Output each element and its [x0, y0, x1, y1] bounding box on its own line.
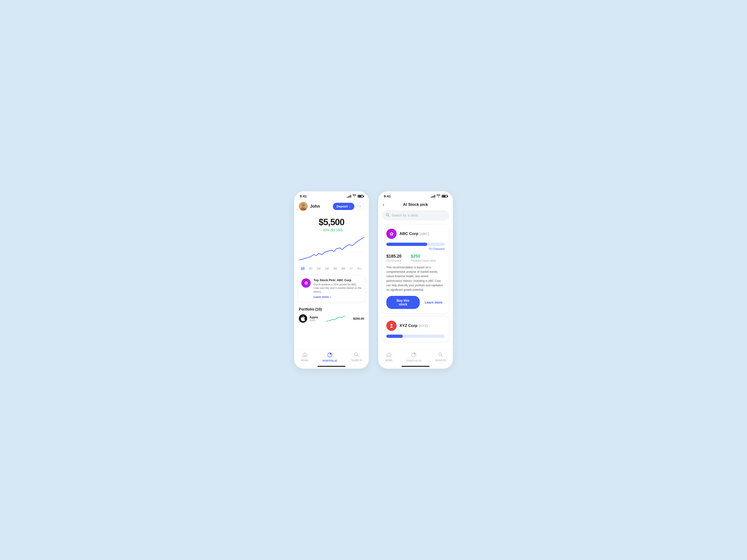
portfolio-icon-1: [327, 352, 332, 358]
chart-container: [294, 234, 369, 264]
portfolio-title: Portfolio (10): [299, 307, 364, 312]
svg-point-11: [439, 353, 441, 355]
signal-icon-1: [347, 195, 351, 197]
abc-name: ABC Corp: [400, 232, 419, 236]
abc-current-label: Current price: [386, 259, 402, 262]
portfolio-item: Apple AAPL $200.00: [299, 314, 364, 323]
abc-title: ABC Corp (ABC): [400, 232, 429, 236]
balance-change: ↑ 20% ($1,160): [299, 228, 364, 232]
abc-progress-bar-container: [386, 243, 445, 246]
abc-progress-fill: [386, 243, 427, 246]
ai-pick-description: Our AI predicts a 15% growth for ABC Cor…: [313, 283, 362, 294]
ai-learn-more[interactable]: Learn more ›: [313, 295, 362, 299]
abc-logo: ✿: [386, 229, 396, 239]
abc-current-price-col: $185.20 Current price: [386, 254, 402, 262]
status-icons-2: [431, 194, 447, 198]
user-info: John: [299, 202, 320, 211]
svg-line-6: [357, 355, 358, 356]
header-actions: Deposit ↓ ↑: [333, 202, 364, 210]
search-placeholder: Search for a stock: [392, 213, 418, 217]
nav-home-2[interactable]: HOME: [385, 352, 393, 362]
filter-3d[interactable]: 3D: [307, 266, 314, 271]
filter-1m[interactable]: 1M: [324, 266, 330, 271]
back-button[interactable]: ‹: [383, 202, 384, 207]
ai-pick-text: Top Stock Pick: ABC Corp Our AI predicts…: [313, 278, 362, 299]
ai-pick-card: ✿ Top Stock Pick: ABC Corp Our AI predic…: [298, 275, 365, 302]
apple-price: $200.00: [353, 317, 364, 320]
home-label-1: HOME: [301, 359, 309, 362]
search-label-1: SEARCH: [351, 359, 362, 362]
learn-more-button[interactable]: Learn more: [422, 300, 445, 304]
phones-container: 9:41 J: [294, 191, 453, 369]
upload-button[interactable]: ↑: [356, 202, 364, 210]
search-icon-2: [386, 213, 389, 218]
xyz-corp-card: XYZ Corp (XYZ): [382, 316, 449, 342]
abc-ticker: (ABC): [419, 232, 429, 236]
balance-section: $5,500 ↑ 20% ($1,160): [294, 213, 369, 234]
filter-all[interactable]: ALL: [356, 266, 363, 271]
page-title: AI Stock pick: [403, 202, 428, 207]
abc-actions: Buy this stock Learn more: [386, 296, 445, 309]
time-filters: 1D 3D 1W 1M 3M 6M 1Y ALL: [294, 264, 369, 273]
apple-stock-name: Apple: [310, 316, 318, 319]
status-time-1: 9:41: [300, 194, 307, 198]
filter-3m[interactable]: 3M: [332, 266, 338, 271]
ai-icon: ✿: [301, 278, 311, 288]
home-icon-1: [302, 352, 307, 358]
xyz-progress-fill: [386, 335, 403, 338]
portfolio-section: Portfolio (10) Apple AAPL $200.00: [294, 304, 369, 325]
abc-progress-marker: [427, 243, 428, 246]
filter-6m[interactable]: 6M: [340, 266, 347, 271]
ai-pick-header: ✿ Top Stock Pick: ABC Corp Our AI predic…: [301, 278, 362, 299]
avatar: [299, 202, 308, 211]
battery-icon-1: [358, 195, 363, 197]
phone1-header: John Deposit ↓ ↑: [294, 200, 369, 213]
phone1: 9:41 J: [294, 191, 369, 369]
svg-point-1: [302, 204, 305, 207]
nav-search-2[interactable]: SEARCH: [435, 352, 446, 362]
ai-pick-title: Top Stock Pick: ABC Corp: [313, 278, 362, 282]
svg-line-8: [388, 216, 389, 216]
balance-amount: $5,500: [299, 217, 364, 227]
abc-header: ✿ ABC Corp (ABC): [386, 229, 445, 239]
search-icon-1: [354, 352, 359, 358]
home-indicator-1: [317, 366, 345, 367]
battery-icon-2: [442, 195, 447, 197]
home-indicator-2: [402, 366, 430, 367]
bottom-nav-1: HOME PORTFOLIO SEARCH: [294, 349, 369, 366]
deposit-button[interactable]: Deposit ↓: [333, 203, 354, 210]
portfolio-label-2: PORTFOLIO: [407, 359, 421, 362]
portfolio-icon-2: [411, 352, 416, 358]
svg-point-5: [355, 353, 357, 355]
abc-current-price: $185.20: [386, 254, 402, 259]
xyz-ticker: (XYZ): [418, 324, 428, 328]
xyz-progress-container: [386, 335, 445, 338]
bottom-nav-2: HOME PORTFOLIO SEARCH: [378, 349, 453, 366]
apple-ticker: AAPL: [310, 319, 318, 322]
home-label-2: HOME: [385, 359, 393, 362]
abc-progress-label: 70 Chance%: [386, 247, 445, 250]
xyz-progress-marker: [403, 335, 403, 338]
signal-icon-2: [431, 195, 435, 197]
apple-icon: [299, 314, 307, 323]
nav-search-1[interactable]: SEARCH: [351, 352, 362, 362]
stock-info-apple: Apple AAPL: [299, 314, 318, 323]
abc-future-price: $250: [411, 254, 436, 259]
nav-home-1[interactable]: HOME: [301, 352, 309, 362]
search-bar[interactable]: Search for a stock: [382, 210, 449, 220]
filter-1y[interactable]: 1Y: [348, 266, 354, 271]
filter-1w[interactable]: 1W: [315, 266, 322, 271]
abc-future-price-col: $250 Predicted future value: [411, 254, 436, 262]
portfolio-chart: [299, 236, 364, 262]
phone2: 9:41 ‹ AI Stock pick: [378, 191, 453, 369]
nav-portfolio-2[interactable]: PORTFOLIO: [407, 352, 421, 362]
status-icons-1: [347, 194, 363, 198]
wifi-icon-1: [353, 194, 356, 198]
filter-1d[interactable]: 1D: [300, 266, 306, 271]
abc-future-label: Predicted future value: [411, 259, 436, 262]
svg-line-12: [441, 355, 442, 356]
nav-portfolio-1[interactable]: PORTFOLIO: [323, 352, 337, 362]
home-icon-2: [386, 352, 391, 358]
xyz-header: XYZ Corp (XYZ): [386, 321, 445, 331]
buy-stock-button[interactable]: Buy this stock: [386, 296, 420, 309]
